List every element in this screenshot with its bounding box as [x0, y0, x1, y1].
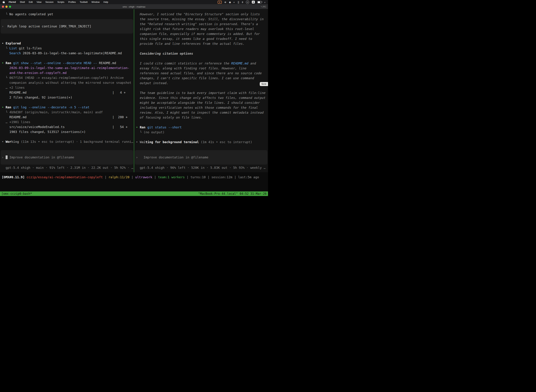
terminal-line: changes, I can't cite specific file line…	[134, 76, 268, 81]
menu-item-edit[interactable]: Edit	[27, 1, 35, 3]
text-segment: gpt-5.4 xhigh · main · 91% left · 2.31M …	[2, 166, 133, 169]
screen-recording-indicator[interactable]	[218, 1, 222, 4]
apple-menu-icon[interactable]	[0, 1, 7, 4]
terminal-line: … +2 lines	[0, 85, 134, 90]
text-segment: Explored	[6, 42, 21, 45]
text-segment: README.md | 280 +	[2, 115, 128, 119]
left-terminal-pane[interactable]: └ No agents completed yet› Ralph loop ac…	[0, 9, 134, 172]
terminal-line: 1903 files changed, 513517 insertions(+)	[0, 129, 134, 134]
blank-line	[134, 56, 268, 61]
text-segment: (1m 41s • esc to interrupt)	[201, 140, 252, 144]
menu-item-help[interactable]: Help	[101, 1, 110, 3]
text-segment: evidence. Since this change only affects…	[136, 96, 266, 100]
text-segment: └	[2, 46, 9, 50]
terminal-line: src/voice/voiceModeEnabled.ts | 54 +	[0, 125, 134, 129]
text-segment: Wai	[140, 140, 146, 144]
text-segment: and-the-erosion-of-copyleft.md	[9, 71, 67, 75]
text-segment: the source tree, missing the essay. Stil…	[136, 17, 263, 21]
text-segment: Ran	[140, 125, 146, 129]
menu-item-shell[interactable]: Shell	[18, 1, 27, 3]
terminal-line: └ 4b9d30f (origin/main, instructkr/main,…	[0, 110, 134, 115]
text-segment: turns:10	[191, 175, 206, 179]
text-segment: git log --oneline --decorate -n 5 --stat	[13, 105, 89, 109]
battery-percent-icon[interactable]: .61	[246, 0, 249, 4]
menu-item-session[interactable]: Session	[43, 1, 55, 3]
battery-tip	[262, 2, 262, 2]
menu-left: iTerm2ShellEditViewSessionScriptsProfile…	[0, 0, 110, 4]
text-segment	[2, 51, 9, 55]
terminal-line: might be acceptable alongside the file l…	[134, 100, 268, 105]
terminal-line: the "Related research writing" section i…	[134, 22, 268, 27]
terminal-cursor	[6, 155, 8, 159]
grid-icon[interactable]: ⣿	[238, 1, 239, 3]
text-segment: the "Related research writing" section i…	[136, 22, 258, 26]
text-segment: ›	[136, 155, 144, 159]
terminal-line: └ No agents completed yet	[0, 12, 134, 17]
text-segment: However, I noticed the "Directory Struct…	[136, 12, 260, 16]
tmux-session-label: [omx-cczip0:bash*	[1, 192, 32, 196]
terminal-line: • Ran git log --oneline --decorate -n 5 …	[0, 105, 134, 110]
blank-line	[0, 134, 134, 139]
right-pane-scrollback: However, I noticed the "Directory Struct…	[134, 9, 268, 145]
screen-share-button[interactable]: Scre	[260, 82, 268, 86]
battery-icon[interactable]	[258, 1, 262, 3]
text-segment: Wor	[6, 140, 11, 144]
blank-line	[134, 85, 268, 90]
spray-icon[interactable]: ◉	[229, 1, 231, 3]
text-segment: output instead.	[136, 81, 168, 85]
text-segment	[19, 140, 21, 144]
text-segment: ting for background terminal	[145, 140, 199, 144]
search-icon[interactable]: ⌕	[264, 1, 266, 3]
terminal-line: and-the-erosion-of-copyleft.md	[0, 70, 134, 75]
prompt-input-box[interactable]: › Improve documentation in @filename	[1, 150, 133, 165]
screen: iTerm2ShellEditViewSessionScriptsProfile…	[0, 0, 268, 196]
globe-icon[interactable]: ⊕	[224, 1, 226, 3]
blank-line	[134, 135, 268, 140]
text-segment: List	[9, 46, 17, 50]
terminal-line: of focusing solely on file lines.	[134, 115, 268, 120]
menu-item-scripts[interactable]: Scripts	[55, 1, 66, 3]
text-segment	[199, 140, 201, 144]
terminal-line: gpt-5.4 xhigh · main · 91% left · 2.31M …	[0, 165, 134, 170]
terminal-line: • Ran git status --short	[134, 125, 268, 130]
text-segment: •	[2, 42, 6, 45]
keycap-8-icon[interactable]: 8	[242, 1, 243, 3]
menu-item-profiles[interactable]: Profiles	[66, 1, 78, 3]
terminal-line: └ (no output)	[134, 130, 268, 135]
terminal-line: gpt-5.4 xhigh · 96% left · 520K in · 5.8…	[134, 165, 268, 170]
text-segment: session:12m	[211, 175, 232, 179]
blank-line	[134, 46, 268, 51]
right-terminal-pane[interactable]: However, I noticed the "Directory Struct…	[134, 9, 268, 172]
window-title-bar[interactable]: omx --xhigh --madmax ⌥⌘1	[0, 4, 268, 9]
text-segment: including verification notes with those …	[136, 106, 258, 109]
omx-status-line: [OMX#0.11.9] cczip/essay/ai-reimplementa…	[0, 172, 268, 180]
text-segment: The team guideline is to back every impo…	[136, 91, 266, 95]
text-segment: •	[2, 105, 6, 109]
prompt-input-box[interactable]: › Improve documentation in @filename	[135, 150, 267, 165]
menu-item-iterm2[interactable]: iTerm2	[7, 1, 18, 3]
queued-message-box[interactable]: › Ralph loop active continue [OMX_TMUX_I…	[1, 19, 133, 33]
text-segment: Ran	[6, 105, 11, 109]
input-source-icon[interactable]: A	[252, 1, 255, 4]
terminal-line: However, I noticed the "Directory Struct…	[134, 12, 268, 17]
menu-item-view[interactable]: View	[35, 1, 43, 3]
text-segment	[11, 61, 13, 65]
text-segment	[8, 155, 10, 159]
shield-icon[interactable]: ◐	[234, 1, 235, 3]
text-segment: Improve documentation in @filename	[9, 155, 74, 159]
text-segment: Improve documentation in @filename	[144, 155, 208, 159]
text-segment: I could cite commit statistics or refere…	[136, 61, 231, 65]
menu-item-window[interactable]: Window	[90, 1, 101, 3]
text-segment: provide file and line references from th…	[136, 42, 245, 46]
left-pane-bottom: › Improve documentation in @filename gpt…	[0, 150, 134, 172]
text-segment: No agents completed yet	[9, 12, 53, 16]
text-segment: king	[11, 140, 19, 144]
text-segment: •	[2, 140, 6, 144]
text-segment: └ (no output)	[136, 130, 165, 134]
menu-item-toolbelt[interactable]: Toolbelt	[78, 1, 90, 3]
text-segment: 2 files changed, 92 insertions(+)	[2, 96, 72, 99]
text-segment	[145, 125, 147, 129]
text-segment: companion file, especially if more comme…	[136, 32, 260, 36]
text-segment: 1903 files changed, 513517 insertions(+)	[2, 130, 86, 134]
terminal-line: README.md | 280 +	[0, 115, 134, 120]
